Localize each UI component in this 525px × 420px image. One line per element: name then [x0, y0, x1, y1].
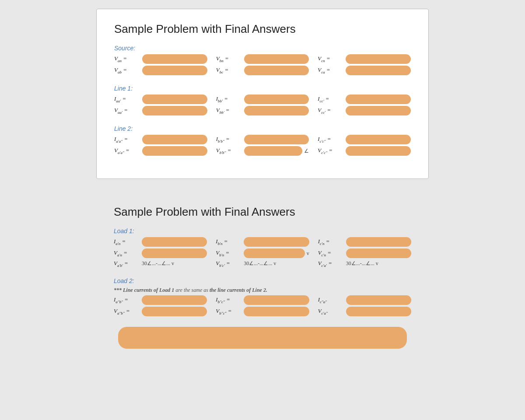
load1-icn-label: Ic'n =	[318, 238, 344, 246]
source-vab-label: Vab =	[114, 66, 140, 74]
load2-vbc-pill	[244, 307, 309, 316]
load1-vbc-row: Vb'c' = 30∠...-...∠... v	[216, 260, 309, 268]
load1-row-group: Ia'n = Va'n = Va'b' = 30∠...-...∠... v I…	[114, 237, 411, 270]
line2-icc-row: Ic'c'' =	[318, 135, 411, 144]
load2-vab-label: Va''b'' =	[114, 308, 140, 315]
source-vbn-label: Vbn =	[216, 55, 242, 63]
line2-ibb-pill	[244, 135, 309, 144]
line1-icc-label: Icc' =	[318, 95, 344, 103]
source-col3: Vcn = Vca =	[318, 54, 411, 77]
line1-icc-row: Icc' =	[318, 94, 411, 104]
line1-vbb-pill	[244, 106, 309, 116]
line1-iaa-row: Iaa' =	[114, 94, 207, 104]
load1-van-pill	[142, 248, 207, 258]
line2-vbb-suffix: ∠	[304, 148, 309, 154]
load2-vab-pill	[142, 307, 207, 316]
line2-col2: Ib'b'' = Vb'b'' = ∠	[216, 135, 309, 158]
source-van-pill	[142, 54, 207, 64]
load1-icn-row: Ic'n =	[318, 237, 411, 247]
load1-van-row: Va'n =	[114, 248, 207, 258]
line2-row-group: Ia'a'' = Va'a'' = Ib'b'' = Vb'b'' = ∠	[114, 135, 411, 158]
line1-vbb-row: Vbb' =	[216, 106, 309, 116]
load2-ibc-pill	[244, 295, 309, 305]
source-van-label: Van =	[114, 55, 140, 63]
load2-ica-label: Ic''a''	[318, 296, 344, 304]
line2-label: Line 2:	[114, 125, 411, 132]
card-2-title: Sample Problem with Final Answers	[114, 205, 411, 219]
line1-vaa-row: Vaa' =	[114, 106, 207, 116]
line1-col2: Ibb' = Vbb' =	[216, 94, 309, 117]
load1-vca-value: 30∠...-...∠... v	[346, 260, 378, 267]
load2-vca-row: Vc'a''	[318, 307, 411, 316]
line2-vcc-label: Vc'c'' =	[318, 147, 344, 155]
source-vcn-row: Vcn =	[318, 54, 411, 64]
bottom-pill	[118, 327, 407, 349]
line1-label: Line 1:	[114, 85, 411, 92]
load2-ica-pill	[346, 295, 411, 305]
load1-vcn-pill	[346, 248, 411, 258]
source-vca-row: Vca =	[318, 66, 411, 75]
load2-note-bold: *** Line currents of Load 1	[114, 287, 175, 293]
card-1-title: Sample Problem with Final Answers	[114, 22, 411, 36]
line1-iaa-pill	[142, 94, 207, 104]
load2-ibc-label: Ib''c'' =	[216, 296, 242, 304]
load2-vca-label: Vc'a''	[318, 308, 344, 315]
load2-col3: Ic''a'' Vc'a''	[318, 295, 411, 318]
line2-vbb-pill	[244, 146, 303, 156]
line2-col3: Ic'c'' = Vc'c'' =	[318, 135, 411, 158]
load2-iab-pill	[142, 295, 207, 305]
load1-icn-pill	[346, 237, 411, 247]
load2-note-bold2: the line currents of Line 2.	[210, 287, 267, 293]
line2-vaa-label: Va'a'' =	[114, 147, 140, 155]
load1-ian-pill	[142, 237, 207, 247]
load1-vbn-label: Vb'n =	[216, 249, 242, 257]
load2-vab-row: Va''b'' =	[114, 307, 207, 316]
load1-vcn-label: Vc'n =	[318, 249, 344, 257]
load1-label: Load 1:	[114, 228, 411, 234]
line2-col1: Ia'a'' = Va'a'' =	[114, 135, 207, 158]
load1-vab-value: 30∠...-...∠... v	[142, 260, 174, 267]
line1-col1: Iaa' = Vaa' =	[114, 94, 207, 117]
load2-label: Load 2:	[114, 277, 411, 284]
load2-section: Load 2: *** Line currents of Load 1 are …	[114, 277, 411, 318]
load1-vbn-suffix: v	[307, 250, 309, 257]
load2-vbc-row: Vb''c'' =	[216, 307, 309, 316]
line2-iaa-row: Ia'a'' =	[114, 135, 207, 144]
source-vab-pill	[142, 66, 207, 75]
source-label: Source:	[114, 45, 411, 52]
line2-icc-label: Ic'c'' =	[318, 136, 344, 144]
bottom-pill-container	[114, 327, 411, 349]
card-2: Sample Problem with Final Answers Load 1…	[96, 196, 429, 362]
load1-vbn-pill	[244, 248, 304, 258]
source-col2: Vbn = Vbc =	[216, 54, 309, 77]
line1-section: Line 1: Iaa' = Vaa' = Ibb' = Vbb' =	[114, 85, 411, 117]
load2-row-group: Ia''b'' = Va''b'' = Ib''c'' = Vb''c'' =	[114, 295, 411, 318]
line2-vaa-row: Va'a'' =	[114, 146, 207, 156]
source-vbc-label: Vbc =	[216, 66, 242, 74]
load1-ian-label: Ia'n =	[114, 238, 140, 246]
line1-vcc-pill	[346, 106, 411, 116]
line1-vaa-label: Vaa' =	[114, 107, 140, 115]
line2-icc-pill	[346, 135, 411, 144]
source-vbc-pill	[244, 66, 309, 75]
load1-vbc-label: Vb'c' =	[216, 260, 242, 268]
line1-vcc-row: Vcc' =	[318, 106, 411, 116]
load1-vcn-row: Vc'n =	[318, 248, 411, 258]
load2-note: *** Line currents of Load 1 are the same…	[114, 287, 411, 294]
source-vbc-row: Vbc =	[216, 66, 309, 75]
line1-vcc-label: Vcc' =	[318, 107, 344, 115]
load1-ibn-pill	[244, 237, 309, 247]
line1-ibb-row: Ibb' =	[216, 94, 309, 104]
source-section: Source: Van = Vab = Vbn =	[114, 45, 411, 77]
load2-vca-pill	[346, 307, 411, 316]
line2-vcc-row: Vc'c'' =	[318, 146, 411, 156]
line2-section: Line 2: Ia'a'' = Va'a'' = Ib'b'' = Vb'	[114, 125, 411, 158]
load2-col1: Ia''b'' = Va''b'' =	[114, 295, 207, 318]
load1-vca-row: Vc'a' = 30∠...-...∠... v	[318, 260, 411, 268]
line1-row-group: Iaa' = Vaa' = Ibb' = Vbb' =	[114, 94, 411, 117]
load1-col1: Ia'n = Va'n = Va'b' = 30∠...-...∠... v	[114, 237, 207, 270]
load1-col2: Ib'n = Vb'n = v Vb'c' = 30∠...-...∠... v	[216, 237, 309, 270]
line1-vbb-label: Vbb' =	[216, 107, 242, 115]
load1-ibn-row: Ib'n =	[216, 237, 309, 247]
line2-iaa-pill	[142, 135, 207, 144]
